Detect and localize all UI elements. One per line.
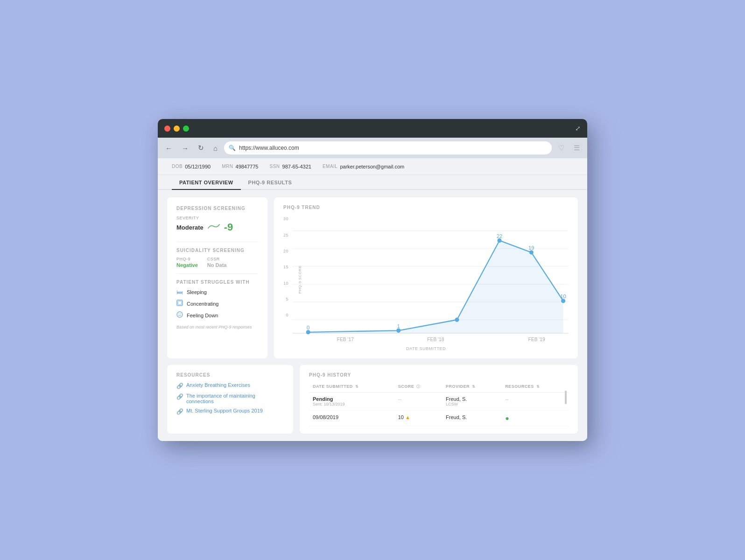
phq9-chart: 0 1 22 19 10 FEB '17 FEB '18 FEB '19 (292, 215, 569, 344)
tab-phq9-results[interactable]: PHQ-9 RESULTS (241, 175, 300, 190)
svg-text:19: 19 (528, 245, 534, 251)
cssr-value: No Data (207, 262, 227, 268)
patient-info-bar: DOB 05/12/1990 MRN 49847775 SSN 987-65-4… (158, 158, 587, 175)
screening-row: PHQ-9 Negative CSSR No Data (176, 257, 258, 268)
mrn-value: 49847775 (236, 164, 259, 169)
divider-1 (176, 242, 258, 242)
dob-value: 05/12/1990 (185, 164, 211, 169)
row1-score: 10 ▲ (394, 410, 442, 426)
date-value-1: 09/08/2019 (313, 414, 338, 420)
expand-icon[interactable]: ⤢ (575, 125, 581, 132)
col-date[interactable]: DATE SUBMITTED ⇅ (309, 382, 394, 392)
concentrating-icon (176, 300, 183, 308)
resource-label-1: The importance of maintaining connection… (186, 393, 284, 404)
phq9-screening-col: PHQ-9 Negative (176, 257, 198, 268)
back-button[interactable]: ← (162, 142, 175, 154)
email-field: Email parker.peterson@gmail.com (323, 164, 404, 169)
left-panel: DEPRESSION SCREENING SEVERITY Moderate -… (167, 197, 267, 358)
address-wrap: 🔍 (224, 141, 552, 154)
row1-resources: ● (501, 410, 569, 426)
browser-window: ⤢ ← → ↻ ⌂ 🔍 ♡ ☰ DOB 05/12/1990 MRN 49847… (158, 119, 587, 441)
col-provider[interactable]: PROVIDER ⇅ (442, 382, 501, 392)
tab-patient-overview[interactable]: PATIENT OVERVIEW (172, 175, 241, 190)
svg-point-15 (497, 238, 501, 243)
cssr-screening-col: CSSR No Data (207, 257, 227, 268)
ssn-value: 987-65-4321 (282, 164, 311, 169)
ssn-field: SSN 987-65-4321 (269, 164, 311, 169)
feeling-down-label: Feeling Down (187, 313, 218, 318)
reload-button[interactable]: ↻ (195, 142, 207, 154)
resources-dash: -- (505, 396, 508, 402)
svg-text:1: 1 (397, 323, 400, 329)
svg-text:10: 10 (560, 294, 566, 299)
score-dash: -- (398, 396, 401, 402)
resource-item-1[interactable]: 🔗 The importance of maintaining connecti… (176, 393, 284, 404)
struggles-list: 🛏 Sleeping Concentrating (176, 288, 258, 319)
sort-icon-date: ⇅ (355, 385, 359, 389)
y-label-30: 30 (283, 217, 288, 221)
phq9-value: Negative (176, 262, 198, 268)
svg-text:FEB '19: FEB '19 (528, 337, 545, 343)
suicidality-title: SUICIDALITY SCREENING (176, 248, 258, 253)
col-resources[interactable]: RESOURCES ⇅ (501, 382, 569, 392)
fullscreen-button[interactable] (183, 126, 189, 132)
home-button[interactable]: ⌂ (211, 142, 220, 154)
link-icon-1: 🔗 (176, 393, 183, 400)
sort-icon-resources: ⇅ (536, 385, 540, 389)
minimize-button[interactable] (174, 126, 180, 132)
warning-icon: ▲ (405, 414, 410, 420)
dob-field: DOB 05/12/1990 (172, 164, 211, 169)
svg-point-12 (306, 330, 310, 335)
row1-provider: Freud, S. (442, 410, 501, 426)
y-label-15: 15 (283, 265, 288, 269)
svg-point-2 (177, 312, 183, 317)
y-label-0: 0 (286, 313, 289, 317)
depression-score: -9 (224, 221, 233, 233)
history-title: PHQ-9 HISTORY (309, 372, 569, 378)
resource-item-2[interactable]: 🔗 Mt. Sterling Support Groups 2019 (176, 408, 284, 415)
svg-point-16 (529, 251, 534, 255)
history-panel: PHQ-9 HISTORY DATE SUBMITTED ⇅ (300, 365, 578, 434)
svg-point-3 (178, 314, 179, 315)
chart-title: PHQ-9 TREND (283, 205, 569, 210)
sent-date: Sent: 10/13/2019 (313, 402, 391, 406)
forward-button[interactable]: → (179, 142, 191, 154)
x-axis-label: DATE SUBMITTED (283, 346, 569, 351)
col-score[interactable]: SCORE ⓘ (394, 382, 442, 392)
desktop: ⤢ ← → ↻ ⌂ 🔍 ♡ ☰ DOB 05/12/1990 MRN 49847… (0, 0, 745, 560)
mrn-label: MRN (222, 164, 233, 169)
scrollbar[interactable] (565, 391, 567, 404)
link-icon-2: 🔗 (176, 408, 183, 415)
provider-name-1: Freud, S. (446, 414, 467, 420)
y-axis-label: PHQ-9 SCORE (298, 266, 302, 294)
history-table: DATE SUBMITTED ⇅ SCORE ⓘ PROVIDER (309, 382, 569, 426)
top-row: DEPRESSION SCREENING SEVERITY Moderate -… (167, 197, 578, 358)
y-label-10: 10 (283, 281, 288, 286)
sleeping-label: Sleeping (187, 289, 207, 295)
feeling-down-icon (176, 311, 183, 319)
provider-name-0: Freud, S. (446, 396, 498, 402)
chart-panel: PHQ-9 TREND 30 25 20 15 10 5 0 PHQ-9 S (274, 197, 578, 358)
cssr-label: CSSR (207, 257, 227, 261)
svg-text:FEB '17: FEB '17 (337, 337, 354, 343)
row0-resources: -- (501, 392, 569, 410)
bottom-row: RESOURCES 🔗 Anxiety Breathing Exercises … (167, 365, 578, 434)
struggle-feeling-down: Feeling Down (176, 311, 258, 319)
email-value: parker.peterson@gmail.com (340, 164, 404, 169)
address-input[interactable] (224, 141, 552, 154)
close-button[interactable] (164, 126, 170, 132)
email-label: Email (323, 164, 338, 169)
pending-badge: Pending (313, 396, 391, 402)
phq9-label: PHQ-9 (176, 257, 198, 261)
favorite-icon[interactable]: ♡ (555, 142, 567, 154)
row1-date: 09/08/2019 (309, 410, 394, 426)
menu-icon[interactable]: ☰ (571, 142, 583, 154)
svg-point-14 (455, 318, 459, 322)
svg-text:FEB '18: FEB '18 (427, 337, 444, 343)
traffic-lights (164, 126, 189, 132)
resources-title: RESOURCES (176, 372, 284, 378)
table-row: Pending Sent: 10/13/2019 -- Freud, S. LC… (309, 392, 569, 410)
resource-item-0[interactable]: 🔗 Anxiety Breathing Exercises (176, 382, 284, 389)
resource-label-2: Mt. Sterling Support Groups 2019 (186, 408, 263, 413)
row0-date: Pending Sent: 10/13/2019 (309, 392, 394, 410)
